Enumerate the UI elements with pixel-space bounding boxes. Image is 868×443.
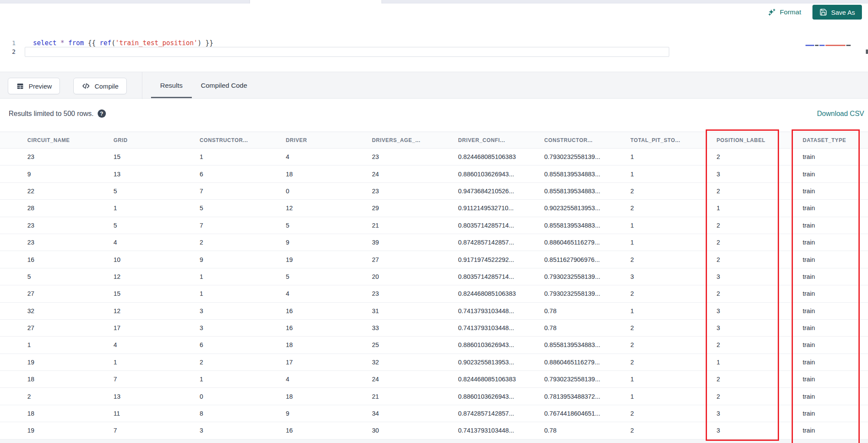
table-cell: 2 xyxy=(717,341,803,348)
table-cell: 16 xyxy=(286,324,372,331)
question-mark-icon[interactable]: ? xyxy=(98,109,106,118)
table-cell: 13 xyxy=(114,171,200,178)
toolbar-divider xyxy=(142,72,142,99)
table-row: 271514230.8244680851063830.7930232558139… xyxy=(0,285,868,302)
table-cell: 2 xyxy=(717,153,803,160)
code-token: select xyxy=(33,39,56,47)
table-cell: 3 xyxy=(200,324,286,331)
table-cell: 0.8742857142857... xyxy=(458,239,545,246)
table-cell: 0.9112149532710... xyxy=(458,205,545,212)
table-cell: 0.7413793103448... xyxy=(458,427,545,434)
format-button[interactable]: Format xyxy=(767,8,801,17)
table-cell: 7 xyxy=(114,376,200,383)
table-cell: 7 xyxy=(200,222,286,229)
table-cell: 24 xyxy=(372,171,458,178)
code-token: ( xyxy=(112,39,115,47)
scrollbar-marker xyxy=(866,50,868,54)
table-cell: 0 xyxy=(200,393,286,400)
table-cell: 21 xyxy=(372,222,458,229)
table-cell: train xyxy=(803,427,868,434)
table-cell: 0.7413793103448... xyxy=(458,307,545,314)
table-cell: 2 xyxy=(27,393,114,400)
column-header-grid: GRID xyxy=(114,137,200,143)
table-cell: 16 xyxy=(286,427,372,434)
table-cell: 28 xyxy=(27,205,114,212)
compile-button[interactable]: Compile xyxy=(73,78,127,94)
table-cell: 0.7930232558139... xyxy=(544,290,631,297)
table-row: 213018210.8860103626943...0.781395348837… xyxy=(0,388,868,405)
table-cell: 9 xyxy=(286,239,372,246)
sql-ide-window: Format Save As 1 2 select * from {{ ref(… xyxy=(0,0,868,443)
sparkles-icon xyxy=(767,8,776,17)
table-cell: 39 xyxy=(372,239,458,246)
table-cell: train xyxy=(803,393,868,400)
table-cell: 0.9473684210526... xyxy=(458,188,545,195)
table-cell: train xyxy=(803,222,868,229)
table-row: 23575210.8035714285714...0.8558139534883… xyxy=(0,217,868,234)
tab-results[interactable]: Results xyxy=(151,72,192,99)
table-cell: 21 xyxy=(372,393,458,400)
table-cell: 4 xyxy=(114,341,200,348)
table-cell: 1 xyxy=(631,376,717,383)
table-cell: 4 xyxy=(114,239,200,246)
table-cell: 2 xyxy=(631,256,717,263)
download-csv-link[interactable]: Download CSV xyxy=(817,110,865,118)
table-cell: 0.8742857142857... xyxy=(458,410,545,417)
code-token: ) xyxy=(197,39,201,47)
code-editor[interactable]: 1 2 select * from {{ ref('train_test_pos… xyxy=(0,21,868,72)
results-limit-text: Results limited to 500 rows. xyxy=(9,110,94,118)
table-cell: 0.8860465116279... xyxy=(544,359,631,366)
table-cell: 2 xyxy=(631,205,717,212)
table-cell: 0.8511627906976... xyxy=(544,256,631,263)
table-cell: 18 xyxy=(286,341,372,348)
table-cell: 3 xyxy=(717,427,803,434)
line-number-2: 2 xyxy=(4,48,16,55)
table-row: 51215200.8035714285714...0.7930232558139… xyxy=(0,268,868,285)
table-cell: 3 xyxy=(200,427,286,434)
minimap-segment xyxy=(846,45,851,46)
preview-button[interactable]: Preview xyxy=(8,78,60,94)
save-as-label: Save As xyxy=(831,9,855,16)
table-body: 231514230.8244680851063830.7930232558139… xyxy=(0,149,868,440)
table-cell: 1 xyxy=(631,222,717,229)
editor-minimap[interactable] xyxy=(806,44,854,46)
table-cell: 23 xyxy=(27,153,114,160)
table-cell: 2 xyxy=(717,222,803,229)
table-row: 1610919270.9171974522292...0.85116279069… xyxy=(0,251,868,268)
line-number-1: 1 xyxy=(4,40,16,46)
table-grid-icon xyxy=(16,82,24,90)
table-cell: 4 xyxy=(286,376,372,383)
tab-compiled-code[interactable]: Compiled Code xyxy=(192,72,256,99)
table-cell: 0.9023255813953... xyxy=(458,359,545,366)
table-cell: 0.9023255813953... xyxy=(544,205,631,212)
table-cell: 0.824468085106383 xyxy=(458,153,545,160)
table-cell: 16 xyxy=(286,307,372,314)
table-cell: 0.7930232558139... xyxy=(544,376,631,383)
table-cell: train xyxy=(803,290,868,297)
save-as-button[interactable]: Save As xyxy=(812,5,862,20)
code-token: * xyxy=(60,39,64,47)
table-cell: 2 xyxy=(717,256,803,263)
table-cell: train xyxy=(803,171,868,178)
table-cell: 2 xyxy=(717,376,803,383)
table-cell: 0.7813953488372... xyxy=(544,393,631,400)
table-cell: 8 xyxy=(200,410,286,417)
format-label: Format xyxy=(780,8,801,16)
column-header-circuit-name: CIRCUIT_NAME xyxy=(27,137,114,143)
table-cell: 1 xyxy=(114,205,200,212)
column-header-constructor: CONSTRUCTOR... xyxy=(200,137,286,143)
table-cell: 11 xyxy=(114,410,200,417)
table-cell: 31 xyxy=(372,307,458,314)
current-line-highlight xyxy=(25,47,669,57)
table-row: 281512290.9112149532710...0.902325581395… xyxy=(0,200,868,217)
code-line-1: select * from {{ ref('train_test_positio… xyxy=(33,39,213,47)
table-row: 231514230.8244680851063830.7930232558139… xyxy=(0,149,868,165)
table-cell: train xyxy=(803,256,868,263)
results-action-bar: Preview Compile Results Compiled Code xyxy=(0,72,868,99)
table-cell: 27 xyxy=(27,290,114,297)
table-cell: 0.78 xyxy=(544,307,631,314)
table-cell: 0.8558139534883... xyxy=(544,188,631,195)
table-cell: 2 xyxy=(717,290,803,297)
active-file-tab[interactable] xyxy=(250,0,382,3)
table-cell: 0.8860103626943... xyxy=(458,171,545,178)
